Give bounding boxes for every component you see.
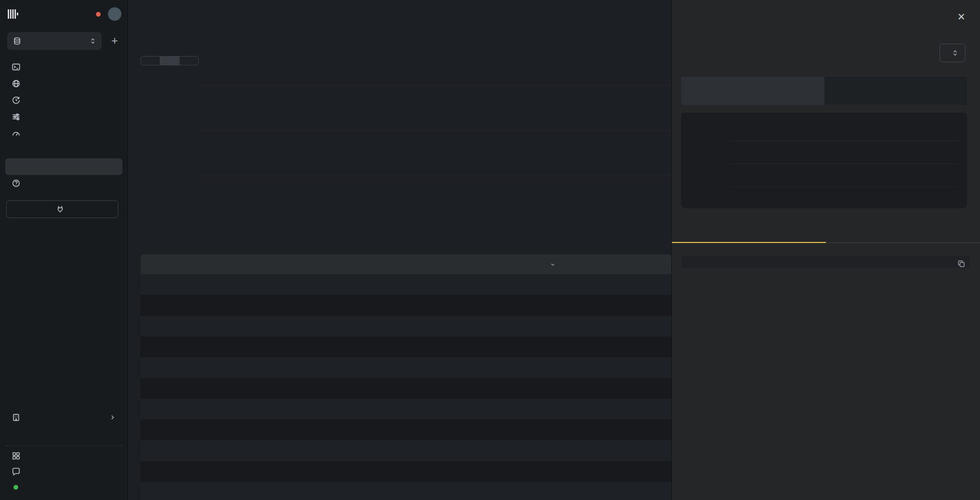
detail-row — [681, 475, 967, 494]
legend-swatch — [457, 200, 466, 201]
copy-icon[interactable] — [957, 260, 965, 268]
query-row[interactable] — [141, 482, 671, 500]
panel-tabs — [672, 222, 980, 243]
monitoring-icon — [11, 129, 21, 138]
query-row[interactable] — [141, 295, 671, 316]
view-tabs — [141, 56, 199, 65]
sidebar-item-monitoring[interactable] — [5, 125, 122, 142]
clickhouse-logo — [7, 9, 19, 19]
sidebar-item-backups[interactable] — [5, 92, 122, 109]
help-icon — [11, 179, 21, 188]
connect-icon — [56, 205, 65, 214]
query-row[interactable] — [141, 336, 671, 357]
sidebar-item-system-status[interactable] — [5, 479, 122, 495]
app: + — [0, 0, 980, 500]
sidebar-item-integrations[interactable] — [5, 448, 122, 464]
select-arrows-icon — [951, 49, 959, 57]
organization-row[interactable] — [5, 409, 122, 426]
status-dot — [13, 485, 18, 490]
settings-icon — [11, 112, 21, 121]
latency-x-axis — [197, 183, 671, 191]
legend-swatch — [398, 200, 408, 201]
backups-icon — [11, 96, 21, 105]
stat-tab-errors[interactable] — [824, 77, 968, 105]
chevron-right-icon — [109, 414, 116, 421]
add-service-button[interactable]: + — [106, 32, 123, 50]
service-icon — [12, 36, 22, 46]
column-header-runs[interactable] — [547, 262, 604, 267]
terminal-icon — [11, 62, 21, 72]
query-row[interactable] — [141, 420, 671, 440]
sidebar-item-settings[interactable] — [5, 109, 122, 125]
chat-icon — [11, 467, 21, 476]
tab-errors[interactable] — [179, 57, 198, 65]
volume-chart[interactable] — [731, 137, 959, 191]
close-icon[interactable]: ✕ — [957, 12, 965, 22]
detail-row — [681, 455, 967, 475]
legend-item-select[interactable] — [398, 200, 412, 201]
legend-item-other[interactable] — [457, 200, 470, 201]
detail-row — [681, 494, 967, 500]
query-row[interactable] — [141, 316, 671, 336]
stat-tab-all-runs[interactable] — [681, 77, 824, 105]
time-range-select[interactable] — [940, 44, 965, 62]
detail-row — [681, 356, 967, 376]
detail-row — [681, 415, 967, 435]
sidebar-item-service-health[interactable] — [5, 142, 122, 158]
table-header — [141, 254, 671, 274]
table-body — [141, 274, 671, 500]
legend-swatch — [427, 200, 437, 201]
sort-desc-icon — [550, 262, 556, 267]
query-volume-card — [681, 113, 967, 208]
legend-item-insert[interactable] — [427, 200, 441, 201]
organization-icon — [11, 413, 21, 422]
page-header — [128, 0, 671, 28]
sidebar-item-help[interactable] — [5, 175, 122, 192]
sql-code-block — [681, 255, 970, 268]
select-arrows-icon — [89, 37, 96, 45]
query-row[interactable] — [141, 399, 671, 420]
connect-button[interactable] — [6, 200, 118, 218]
detail-row — [681, 396, 967, 415]
sidebar-item-query-insights[interactable] — [5, 158, 122, 175]
service-selector[interactable] — [7, 32, 102, 50]
tab-query-volume[interactable] — [141, 57, 160, 65]
sidebar: + — [0, 0, 128, 500]
query-row[interactable] — [141, 357, 671, 378]
query-row[interactable] — [141, 274, 671, 295]
sidebar-item-data-sources[interactable] — [5, 75, 122, 92]
tab-latency[interactable] — [160, 57, 179, 65]
panel-header: ✕ — [672, 0, 980, 33]
data-sources-icon — [11, 79, 21, 88]
query-details — [681, 356, 967, 500]
runs-errors-toggle — [681, 77, 967, 105]
sidebar-item-sql-console[interactable] — [5, 59, 122, 75]
latency-chart[interactable] — [197, 80, 671, 179]
volume-x-axis — [731, 194, 959, 202]
sidebar-item-chat-support[interactable] — [5, 464, 122, 479]
query-information-panel: ✕ — [671, 0, 980, 500]
tab-query-history[interactable] — [826, 222, 980, 243]
sidebar-nav — [5, 59, 122, 192]
detail-row — [681, 435, 967, 455]
chart-legend — [197, 200, 671, 201]
tab-query-info[interactable] — [672, 222, 826, 243]
avatar[interactable] — [108, 7, 121, 21]
brand-row — [7, 5, 121, 23]
detail-row — [681, 376, 967, 396]
query-row[interactable] — [141, 461, 671, 482]
main-content — [128, 0, 671, 500]
query-row[interactable] — [141, 378, 671, 399]
integrations-icon — [11, 451, 21, 461]
recent-queries-table — [141, 254, 671, 500]
notification-dot — [96, 12, 101, 17]
query-row[interactable] — [141, 440, 671, 461]
sidebar-footer — [5, 445, 122, 495]
